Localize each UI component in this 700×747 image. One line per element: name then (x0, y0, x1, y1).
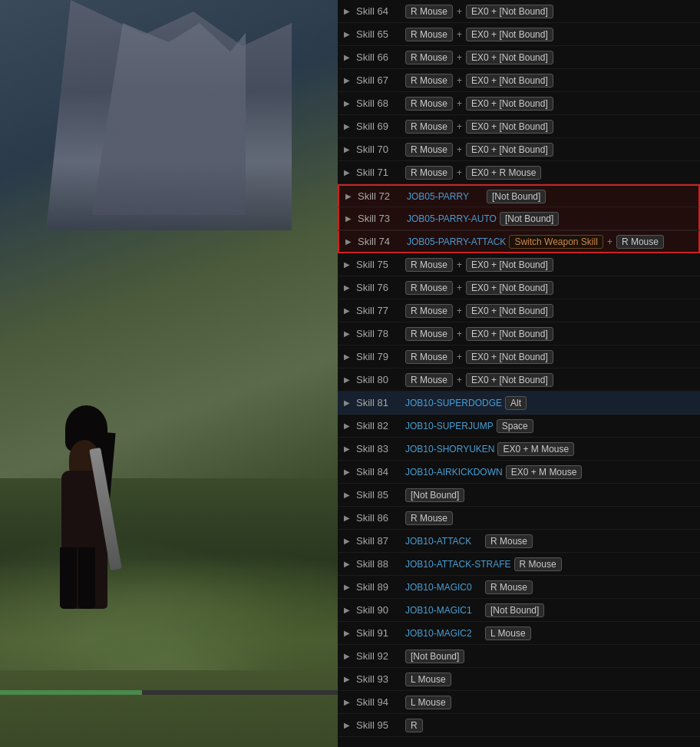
key-badge[interactable]: EX0 + M Mouse (506, 465, 583, 479)
row-expand-arrow[interactable]: ▶ (344, 76, 353, 84)
keybind-row[interactable]: ▶Skill 69R Mouse+EX0 + [Not Bound] (338, 115, 700, 138)
row-expand-arrow[interactable]: ▶ (344, 468, 353, 476)
key-badge[interactable]: [Not Bound] (405, 488, 464, 502)
row-expand-arrow[interactable]: ▶ (344, 675, 353, 683)
key-badge[interactable]: EX0 + [Not Bound] (466, 258, 553, 272)
row-expand-arrow[interactable]: ▶ (344, 583, 353, 591)
row-expand-arrow[interactable]: ▶ (345, 192, 355, 200)
row-expand-arrow[interactable]: ▶ (344, 260, 353, 269)
key-badge[interactable]: R Mouse (514, 557, 562, 571)
row-expand-arrow[interactable]: ▶ (344, 7, 353, 15)
row-expand-arrow[interactable]: ▶ (344, 652, 353, 660)
keybind-row[interactable]: ▶Skill 87JOB10-ATTACKR Mouse (338, 530, 700, 553)
keybind-row[interactable]: ▶Skill 85[Not Bound] (338, 484, 700, 507)
row-expand-arrow[interactable]: ▶ (344, 721, 353, 729)
key-badge[interactable]: R Mouse (405, 51, 453, 64)
row-expand-arrow[interactable]: ▶ (344, 421, 353, 430)
key-badge[interactable]: EX0 + [Not Bound] (466, 74, 553, 88)
keybind-row[interactable]: ▶Skill 94L Mouse (338, 691, 700, 714)
key-badge[interactable]: R Mouse (405, 74, 453, 88)
row-expand-arrow[interactable]: ▶ (344, 145, 353, 154)
key-badge[interactable]: EX0 + [Not Bound] (466, 120, 553, 134)
keybind-row[interactable]: ▶Skill 95R (338, 714, 700, 737)
row-expand-arrow[interactable]: ▶ (344, 606, 353, 614)
key-badge[interactable]: Switch Weapon Skill (509, 235, 603, 249)
key-badge[interactable]: R Mouse (405, 166, 453, 180)
key-badge[interactable]: Space (497, 419, 533, 433)
keybind-row[interactable]: ▶Skill 73JOB05-PARRY-AUTO[Not Bound] (338, 207, 700, 230)
key-badge[interactable]: R Mouse (405, 258, 453, 272)
key-badge[interactable]: R Mouse (405, 350, 453, 364)
key-badge[interactable]: EX0 + [Not Bound] (466, 143, 553, 157)
row-expand-arrow[interactable]: ▶ (344, 30, 353, 38)
keybind-row[interactable]: ▶Skill 68R Mouse+EX0 + [Not Bound] (338, 92, 700, 115)
key-badge[interactable]: EX0 + [Not Bound] (466, 51, 553, 64)
key-badge[interactable]: [Not Bound] (487, 190, 546, 203)
row-expand-arrow[interactable]: ▶ (344, 53, 353, 61)
key-badge[interactable]: EX0 + [Not Bound] (466, 28, 553, 41)
key-badge[interactable]: [Not Bound] (500, 212, 559, 226)
key-badge[interactable]: L Mouse (485, 626, 531, 640)
keybind-row[interactable]: ▶Skill 71R Mouse+EX0 + R Mouse (338, 161, 700, 184)
key-badge[interactable]: R Mouse (485, 580, 533, 594)
key-badge[interactable]: R (405, 719, 423, 732)
key-badge[interactable]: EX0 + [Not Bound] (466, 97, 553, 111)
key-badge[interactable]: R Mouse (405, 5, 453, 18)
keybind-row[interactable]: ▶Skill 93L Mouse (338, 668, 700, 691)
keybind-row[interactable]: ▶Skill 79R Mouse+EX0 + [Not Bound] (338, 345, 700, 369)
keybind-row[interactable]: ▶Skill 81JOB10-SUPERDODGEAlt (338, 392, 700, 415)
row-expand-arrow[interactable]: ▶ (344, 491, 353, 499)
key-badge[interactable]: EX0 + [Not Bound] (466, 350, 553, 364)
keybind-row[interactable]: ▶Skill 84JOB10-AIRKICKDOWNEX0 + M Mouse (338, 461, 700, 484)
key-badge[interactable]: L Mouse (405, 696, 451, 709)
row-expand-arrow[interactable]: ▶ (344, 329, 353, 338)
key-badge[interactable]: EX0 + [Not Bound] (466, 281, 553, 295)
key-badge[interactable]: R Mouse (405, 97, 453, 111)
keybind-row[interactable]: ▶Skill 78R Mouse+EX0 + [Not Bound] (338, 322, 700, 345)
key-badge[interactable]: R Mouse (616, 235, 664, 249)
row-expand-arrow[interactable]: ▶ (344, 514, 353, 522)
row-expand-arrow[interactable]: ▶ (344, 168, 353, 177)
keybind-row[interactable]: ▶Skill 77R Mouse+EX0 + [Not Bound] (338, 299, 700, 322)
keybind-row[interactable]: ▶Skill 72JOB05-PARRY[Not Bound] (338, 184, 700, 207)
row-expand-arrow[interactable]: ▶ (344, 99, 353, 107)
key-badge[interactable]: EX0 + [Not Bound] (466, 5, 553, 18)
keybind-row[interactable]: ▶Skill 70R Mouse+EX0 + [Not Bound] (338, 138, 700, 161)
keybind-row[interactable]: ▶Skill 89JOB10-MAGIC0R Mouse (338, 576, 700, 599)
keybind-row[interactable]: ▶Skill 92[Not Bound] (338, 645, 700, 668)
key-badge[interactable]: R Mouse (405, 28, 453, 41)
key-badge[interactable]: R Mouse (405, 304, 453, 318)
key-badge[interactable]: EX0 + [Not Bound] (466, 373, 553, 387)
row-expand-arrow[interactable]: ▶ (344, 306, 353, 315)
keybind-row[interactable]: ▶Skill 88JOB10-ATTACK-STRAFER Mouse (338, 553, 700, 576)
keybind-row[interactable]: ▶Skill 67R Mouse+EX0 + [Not Bound] (338, 69, 700, 92)
keybind-row[interactable]: ▶Skill 64R Mouse+EX0 + [Not Bound] (338, 0, 700, 23)
keybind-row[interactable]: ▶Skill 80R Mouse+EX0 + [Not Bound] (338, 369, 700, 392)
key-badge[interactable]: EX0 + R Mouse (466, 166, 541, 180)
key-badge[interactable]: R Mouse (405, 281, 453, 295)
row-expand-arrow[interactable]: ▶ (344, 698, 353, 706)
key-badge[interactable]: [Not Bound] (405, 649, 464, 663)
key-badge[interactable]: R Mouse (405, 373, 453, 387)
keybind-row[interactable]: ▶Skill 76R Mouse+EX0 + [Not Bound] (338, 276, 700, 299)
key-badge[interactable]: [Not Bound] (485, 603, 544, 617)
key-badge[interactable]: R Mouse (405, 143, 453, 157)
key-badge[interactable]: Alt (505, 396, 527, 410)
key-badge[interactable]: R Mouse (405, 327, 453, 341)
row-expand-arrow[interactable]: ▶ (344, 537, 353, 545)
keybind-row[interactable]: ▶Skill 66R Mouse+EX0 + [Not Bound] (338, 46, 700, 69)
row-expand-arrow[interactable]: ▶ (344, 375, 353, 384)
keybind-row[interactable]: ▶Skill 86R Mouse (338, 507, 700, 530)
keybind-row[interactable]: ▶Skill 90JOB10-MAGIC1[Not Bound] (338, 599, 700, 622)
row-expand-arrow[interactable]: ▶ (344, 283, 353, 292)
row-expand-arrow[interactable]: ▶ (344, 560, 353, 568)
key-badge[interactable]: R Mouse (485, 534, 533, 548)
row-expand-arrow[interactable]: ▶ (344, 352, 353, 361)
keybind-row[interactable]: ▶Skill 82JOB10-SUPERJUMPSpace (338, 415, 700, 438)
keybind-row[interactable]: ▶Skill 91JOB10-MAGIC2L Mouse (338, 622, 700, 645)
key-badge[interactable]: L Mouse (405, 673, 451, 686)
key-badge[interactable]: EX0 + M Mouse (497, 442, 574, 456)
key-badge[interactable]: R Mouse (405, 120, 453, 134)
keybind-row[interactable]: ▶Skill 75R Mouse+EX0 + [Not Bound] (338, 253, 700, 276)
row-expand-arrow[interactable]: ▶ (344, 398, 353, 407)
